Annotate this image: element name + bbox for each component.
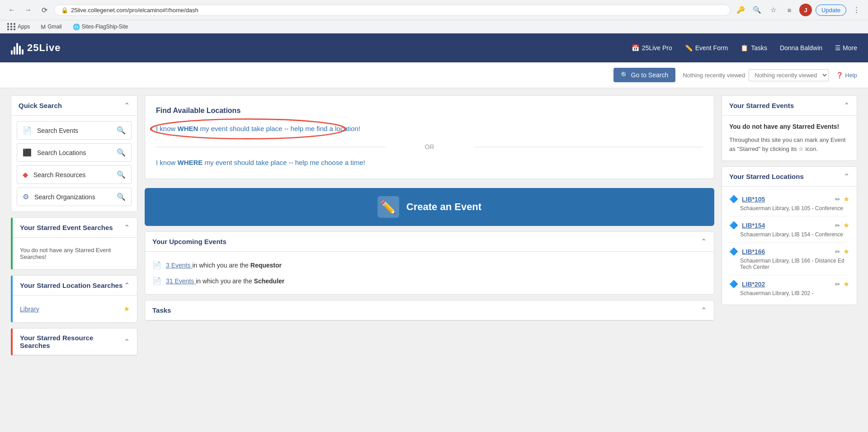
search-locations-button[interactable]: 🔍 — [111, 144, 131, 161]
loc-link-2[interactable]: LIB*166 — [742, 248, 765, 255]
address-bar[interactable]: 🔒 25live.collegenet.com/pro/elcamino#!/h… — [54, 5, 731, 16]
recently-viewed-dropdown[interactable]: Nothing recently viewed — [749, 69, 829, 81]
nav-event-form[interactable]: ✏️ Event Form — [685, 44, 728, 52]
search-organizations-item[interactable]: ⚙ Search Organizations 🔍 — [17, 188, 132, 206]
browser-chrome: ← → ⟳ 🔒 25live.collegenet.com/pro/elcami… — [0, 0, 868, 33]
history-icon-btn[interactable]: ≡ — [783, 4, 796, 16]
list-icon: 📋 — [741, 44, 748, 52]
loc-link-0[interactable]: LIB*105 — [742, 196, 765, 203]
starred-location-searches-title: Your Starred Location Searches — [20, 282, 123, 289]
starred-locations-toggle[interactable]: ⌃ — [844, 172, 849, 181]
nav-tasks[interactable]: 📋 Tasks — [741, 44, 767, 52]
library-link[interactable]: Library — [20, 305, 39, 313]
right-column: Your Starred Events ⌃ You do not have an… — [722, 95, 857, 432]
starred-event-searches-toggle[interactable]: ⌃ — [124, 223, 130, 232]
scheduler-events-link[interactable]: 31 Events — [166, 277, 196, 285]
library-star-icon[interactable]: ★ — [123, 305, 130, 313]
loc-desc-0: Schauerman Library, LIB 105 - Conference — [740, 205, 849, 211]
bookmark-icon-btn[interactable]: ☆ — [767, 4, 779, 16]
loc-star-icon-1[interactable]: ★ — [843, 221, 849, 230]
back-button[interactable]: ← — [5, 4, 18, 16]
starred-events-toggle[interactable]: ⌃ — [844, 101, 849, 110]
search-resources-label: Search Resources — [33, 167, 111, 183]
org-icon: ⚙ — [17, 188, 34, 206]
help-link[interactable]: ❓ Help — [836, 72, 857, 79]
bookmarks-bar: Apps M Gmail 🌐 Sites-FlagShip-Site — [0, 20, 868, 33]
search-locations-item[interactable]: ⬛ Search Locations 🔍 — [17, 143, 132, 162]
starred-location-searches-toggle[interactable]: ⌃ — [124, 281, 130, 290]
bookmark-gmail[interactable]: M Gmail — [39, 23, 63, 31]
find-locations-panel: Find Available Locations I know WHEN my … — [145, 95, 714, 179]
loc-edit-icon-0[interactable]: ✏ — [835, 196, 840, 203]
or-divider: OR — [156, 143, 703, 150]
search-events-item[interactable]: 📄 Search Events 🔍 — [17, 121, 132, 140]
starred-location-searches-body: Library ★ — [13, 296, 137, 322]
search-organizations-button[interactable]: 🔍 — [111, 188, 131, 206]
apps-label: Apps — [18, 23, 30, 30]
nav-more[interactable]: ☰ More — [835, 44, 857, 52]
recently-viewed: Nothing recently viewed Nothing recently… — [683, 69, 829, 81]
gmail-label: Gmail — [47, 23, 61, 30]
go-to-search-button[interactable]: 🔍 Go to Search — [613, 68, 676, 82]
loc-item-0: 🔷 LIB*105 ✏ ★ Schauerman Library, LIB 10… — [729, 190, 849, 216]
refresh-button[interactable]: ⟳ — [38, 4, 51, 16]
loc-star-icon-3[interactable]: ★ — [843, 280, 849, 288]
upcoming-events-header: Your Upcoming Events ⌃ — [145, 232, 714, 252]
upcoming-events-toggle[interactable]: ⌃ — [701, 237, 707, 246]
loc-cube-icon-2: 🔷 — [729, 247, 738, 256]
tasks-title: Tasks — [152, 306, 171, 314]
bookmark-apps[interactable]: Apps — [5, 22, 32, 31]
starred-events-desc: Throughout this site you can mark any Ev… — [729, 136, 849, 153]
url-text: 25live.collegenet.com/pro/elcamino#!/hom… — [71, 7, 198, 14]
doc-requestor-icon: 📄 — [152, 261, 161, 269]
starred-resource-searches-header: Your Starred Resource Searches ⌃ — [13, 329, 137, 355]
logo-area[interactable]: 25Live — [11, 41, 61, 55]
starred-resource-searches-toggle[interactable]: ⌃ — [124, 338, 130, 346]
nav-25live-pro[interactable]: 📅 25Live Pro — [632, 44, 672, 52]
tasks-toggle[interactable]: ⌃ — [701, 306, 707, 315]
create-event-button[interactable]: ✏️ Create an Event — [145, 188, 714, 226]
gmail-icon: M — [41, 23, 46, 30]
calendar-icon: 📅 — [632, 44, 639, 52]
search-resources-button[interactable]: 🔍 — [111, 166, 131, 183]
loc-item-2: 🔷 LIB*166 ✏ ★ Schauerman Library, LIB 16… — [729, 243, 849, 275]
sub-header: 🔍 Go to Search Nothing recently viewed N… — [0, 62, 868, 88]
search-organizations-label: Search Organizations — [34, 189, 111, 205]
upcoming-events-panel: Your Upcoming Events ⌃ 📄 3 Events in whi… — [145, 231, 714, 295]
find-where-link[interactable]: I know WHERE my event should take place … — [156, 158, 703, 168]
find-when-link[interactable]: I know WHEN my event should take place -… — [156, 124, 360, 134]
menu-icon-btn[interactable]: ⋮ — [850, 4, 863, 16]
key-icon-btn[interactable]: 🔑 — [734, 4, 747, 16]
loc-link-3[interactable]: LIB*202 — [742, 281, 765, 288]
quick-search-toggle[interactable]: ⌃ — [124, 101, 130, 110]
loc-cube-icon-0: 🔷 — [729, 195, 738, 203]
loc-desc-2: Schauerman Library, LIB 166 - Distance E… — [740, 258, 849, 270]
loc-link-1[interactable]: LIB*154 — [742, 222, 765, 229]
cube-icon: ⬛ — [17, 144, 37, 161]
requestor-events-link[interactable]: 3 Events — [166, 262, 192, 269]
loc-star-icon-2[interactable]: ★ — [843, 247, 849, 256]
upcoming-events-body: 📄 3 Events in which you are the Requesto… — [145, 252, 714, 294]
starred-events-panel: Your Starred Events ⌃ You do not have an… — [722, 95, 857, 161]
tasks-header: Tasks ⌃ — [145, 301, 714, 320]
search-resources-item[interactable]: ◆ Search Resources 🔍 — [17, 165, 132, 184]
logo-text: 25Live — [27, 42, 61, 54]
loc-edit-icon-3[interactable]: ✏ — [835, 281, 840, 288]
upcoming-events-title: Your Upcoming Events — [152, 238, 226, 245]
search-icon-btn[interactable]: 🔍 — [750, 4, 763, 16]
loc-edit-icon-1[interactable]: ✏ — [835, 222, 840, 229]
edit-icon: ✏️ — [685, 44, 693, 52]
update-button[interactable]: Update — [816, 5, 846, 16]
loc-star-icon-0[interactable]: ★ — [843, 195, 849, 203]
starred-events-body: You do not have any Starred Events! Thro… — [722, 116, 857, 160]
search-events-button[interactable]: 🔍 — [111, 122, 131, 139]
app-header: 25Live 📅 25Live Pro ✏️ Event Form 📋 Task… — [0, 33, 868, 62]
sites-icon: 🌐 — [73, 23, 80, 30]
forward-button[interactable]: → — [22, 4, 34, 16]
bookmark-sites[interactable]: 🌐 Sites-FlagShip-Site — [71, 23, 130, 31]
menu-lines-icon: ☰ — [835, 44, 841, 52]
loc-item-1: 🔷 LIB*154 ✏ ★ Schauerman Library, LIB 15… — [729, 216, 849, 243]
loc-edit-icon-2[interactable]: ✏ — [835, 248, 840, 255]
nav-user-name[interactable]: Donna Baldwin — [780, 44, 822, 52]
starred-locations-header: Your Starred Locations ⌃ — [722, 167, 857, 187]
